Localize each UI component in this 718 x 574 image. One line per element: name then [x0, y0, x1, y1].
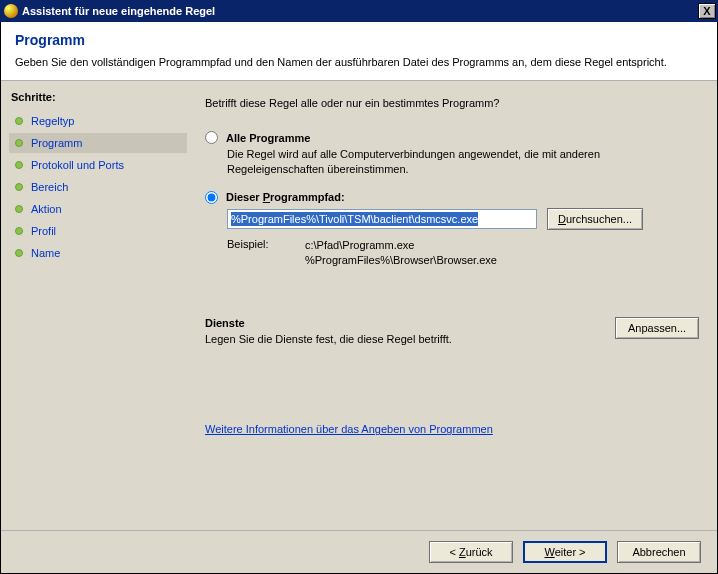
step-item[interactable]: Protokoll und Ports [9, 155, 187, 175]
next-button[interactable]: Weiter > [523, 541, 607, 563]
option-all-programs: Alle Programme Die Regel wird auf alle C… [205, 131, 699, 177]
step-bullet-icon [15, 139, 23, 147]
step-label: Regeltyp [31, 115, 74, 127]
radio-all-input[interactable] [205, 131, 218, 144]
step-bullet-icon [15, 227, 23, 235]
step-bullet-icon [15, 205, 23, 213]
services-title: Dienste [205, 317, 615, 329]
step-label: Bereich [31, 181, 68, 193]
step-label: Programm [31, 137, 82, 149]
step-bullet-icon [15, 183, 23, 191]
option-program-path: Dieser Programmpfad: %ProgramFiles%\Tivo… [205, 191, 699, 268]
more-info-link[interactable]: Weitere Informationen über das Angeben v… [205, 423, 493, 435]
content-pane: Betrifft diese Regel alle oder nur ein b… [187, 81, 717, 530]
app-icon [4, 4, 18, 18]
radio-all-desc: Die Regel wird auf alle Computerverbindu… [227, 147, 647, 177]
step-item[interactable]: Bereich [9, 177, 187, 197]
page-title: Programm [15, 32, 703, 48]
close-button[interactable]: X [698, 3, 716, 19]
title-bar: Assistent für neue eingehende Regel X [0, 0, 718, 22]
back-button[interactable]: < Zurück [429, 541, 513, 563]
services-block: Dienste Legen Sie die Dienste fest, die … [205, 317, 699, 345]
step-bullet-icon [15, 161, 23, 169]
radio-all-programs[interactable]: Alle Programme [205, 131, 699, 144]
step-item[interactable]: Aktion [9, 199, 187, 219]
main-area: Schritte: RegeltypProgrammProtokoll und … [1, 81, 717, 530]
step-label: Protokoll und Ports [31, 159, 124, 171]
page-subtitle: Geben Sie den vollständigen Programmpfad… [15, 56, 703, 68]
steps-heading: Schritte: [9, 91, 187, 103]
wizard-header: Programm Geben Sie den vollständigen Pro… [1, 22, 717, 81]
browse-button[interactable]: Durchsuchen... [547, 208, 643, 230]
example-text: c:\Pfad\Programm.exe %ProgramFiles%\Brow… [305, 238, 497, 268]
question-text: Betrifft diese Regel alle oder nur ein b… [205, 97, 699, 109]
step-label: Name [31, 247, 60, 259]
customize-button[interactable]: Anpassen... [615, 317, 699, 339]
window-title: Assistent für neue eingehende Regel [22, 5, 698, 17]
step-bullet-icon [15, 249, 23, 257]
step-item[interactable]: Name [9, 243, 187, 263]
radio-all-label: Alle Programme [226, 132, 310, 144]
services-desc: Legen Sie die Dienste fest, die diese Re… [205, 333, 615, 345]
radio-path-label: Dieser Programmpfad: [226, 191, 345, 203]
step-label: Aktion [31, 203, 62, 215]
example-label: Beispiel: [227, 238, 305, 268]
cancel-button[interactable]: Abbrechen [617, 541, 701, 563]
wizard-footer: < Zurück Weiter > Abbrechen [1, 530, 717, 573]
step-item[interactable]: Regeltyp [9, 111, 187, 131]
radio-path[interactable]: Dieser Programmpfad: [205, 191, 699, 204]
step-bullet-icon [15, 117, 23, 125]
steps-sidebar: Schritte: RegeltypProgrammProtokoll und … [1, 81, 187, 530]
step-label: Profil [31, 225, 56, 237]
window-body: Programm Geben Sie den vollständigen Pro… [0, 22, 718, 574]
program-path-input[interactable]: %ProgramFiles%\Tivoli\TSM\baclient\dsmcs… [227, 209, 537, 229]
step-item[interactable]: Profil [9, 221, 187, 241]
radio-path-input[interactable] [205, 191, 218, 204]
step-item[interactable]: Programm [9, 133, 187, 153]
program-path-value: %ProgramFiles%\Tivoli\TSM\baclient\dsmcs… [231, 212, 478, 226]
